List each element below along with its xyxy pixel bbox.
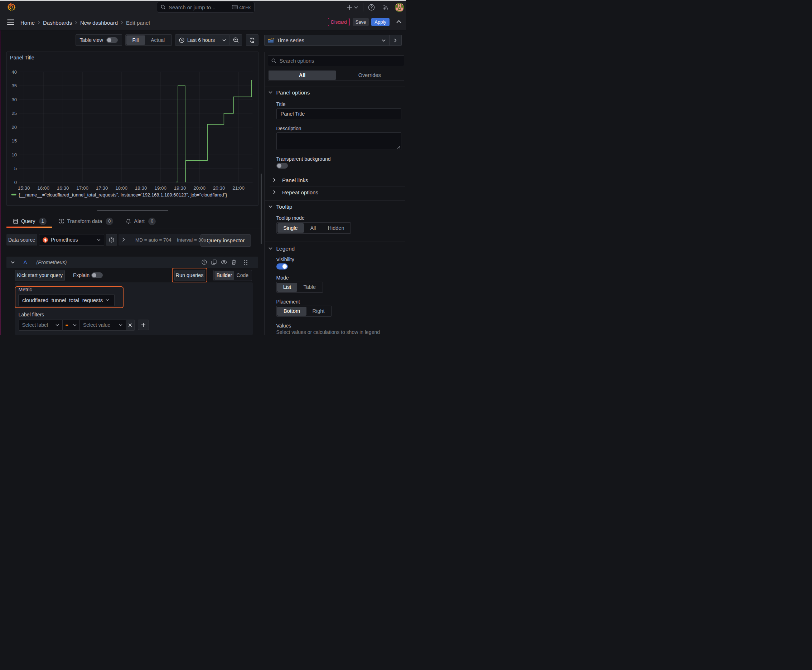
svg-text:18:00: 18:00 (115, 185, 127, 191)
svg-text:25: 25 (12, 111, 17, 116)
svg-text:20:00: 20:00 (193, 185, 205, 191)
svg-text:15:30: 15:30 (18, 185, 30, 191)
svg-text:{__name__="cloudflared_tunnel_: {__name__="cloudflared_tunnel_total_requ… (19, 192, 227, 198)
svg-text:16:00: 16:00 (37, 185, 49, 191)
svg-text:20:30: 20:30 (213, 185, 225, 191)
svg-text:18:30: 18:30 (135, 185, 147, 191)
svg-text:20: 20 (12, 125, 17, 130)
svg-text:17:30: 17:30 (96, 185, 108, 191)
svg-text:0: 0 (14, 180, 17, 185)
svg-text:15: 15 (12, 138, 17, 144)
svg-text:35: 35 (12, 83, 17, 88)
svg-text:19:00: 19:00 (154, 185, 166, 191)
svg-text:19:30: 19:30 (174, 185, 186, 191)
svg-text:16:30: 16:30 (57, 185, 69, 191)
svg-text:30: 30 (12, 97, 17, 102)
svg-text:17:00: 17:00 (76, 185, 88, 191)
svg-text:21:00: 21:00 (232, 185, 244, 191)
svg-text:10: 10 (12, 152, 17, 157)
svg-text:5: 5 (14, 166, 17, 171)
svg-text:40: 40 (12, 69, 17, 75)
